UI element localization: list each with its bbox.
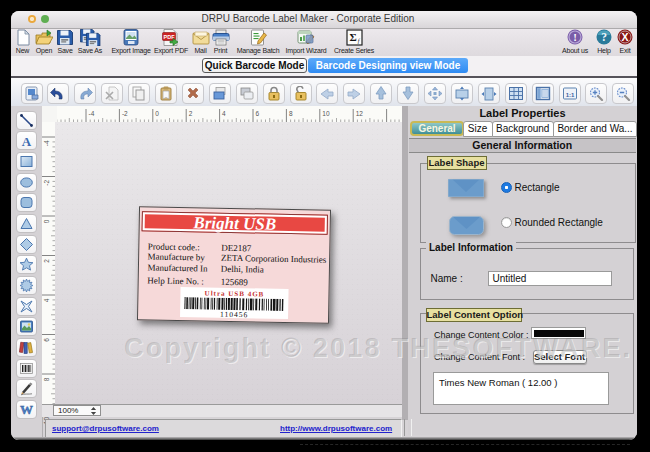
svg-text:-4: -4 xyxy=(43,140,50,146)
svg-text:X: X xyxy=(621,31,628,43)
svg-text:12: 12 xyxy=(356,110,364,117)
svg-text:0: 0 xyxy=(43,219,50,223)
svg-text:!: ! xyxy=(573,31,577,43)
svg-text:?: ? xyxy=(601,31,607,43)
svg-text:6: 6 xyxy=(43,338,50,342)
svg-text:2: 2 xyxy=(189,110,193,117)
svg-text:10: 10 xyxy=(322,110,330,117)
svg-text:-4: -4 xyxy=(89,110,95,117)
svg-text:1:1: 1:1 xyxy=(565,92,574,98)
svg-text:Σ: Σ xyxy=(349,31,356,43)
svg-text:-2: -2 xyxy=(122,110,128,117)
svg-text:6: 6 xyxy=(256,110,260,117)
svg-text:A: A xyxy=(22,134,32,149)
svg-text:-2: -2 xyxy=(43,180,50,186)
svg-text:2: 2 xyxy=(43,259,50,263)
svg-text:W: W xyxy=(20,402,33,417)
svg-text:8: 8 xyxy=(289,110,293,117)
svg-text:0: 0 xyxy=(155,110,159,117)
svg-text:4: 4 xyxy=(43,298,50,302)
svg-text:4: 4 xyxy=(222,110,226,117)
svg-text:8: 8 xyxy=(43,377,50,381)
